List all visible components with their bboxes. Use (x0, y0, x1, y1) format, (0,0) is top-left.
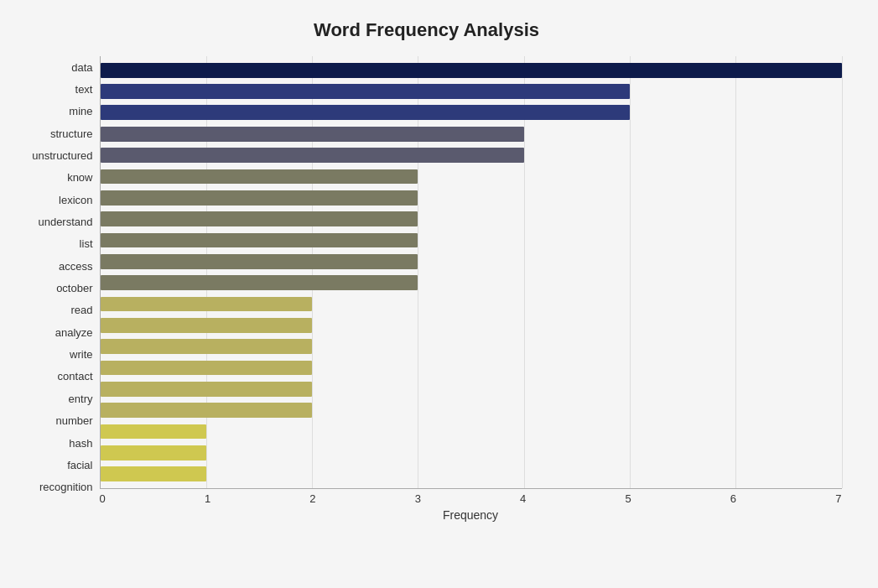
bar-row (101, 251, 842, 272)
bar-row (101, 336, 842, 356)
bar (101, 254, 418, 269)
bar (101, 424, 206, 440)
y-axis-label: data (71, 62, 92, 73)
bar (101, 169, 418, 185)
y-axis-label: facial (67, 460, 92, 471)
bar (101, 63, 842, 78)
bar (101, 297, 313, 312)
bar-row (101, 464, 842, 485)
bar (101, 318, 313, 333)
x-tick: 2 (309, 492, 315, 505)
x-tick: 1 (205, 492, 210, 505)
chart-title: Word Frequency Analysis (12, 19, 842, 41)
bar-row (101, 272, 842, 293)
x-tick: 3 (415, 492, 421, 505)
y-axis-label: mine (69, 106, 92, 117)
bar-row (101, 81, 842, 101)
bar-row (101, 208, 842, 229)
x-tick: 6 (730, 492, 736, 505)
y-axis-label: access (59, 261, 92, 272)
bar (101, 466, 206, 481)
bar (101, 445, 206, 461)
bar (101, 190, 418, 206)
x-tick: 5 (625, 492, 631, 505)
x-tick: 4 (520, 492, 526, 505)
bar-row (101, 421, 842, 442)
bar (101, 84, 630, 99)
y-axis: datatextminestructureunstructuredknowlex… (12, 56, 100, 522)
bar-row (101, 400, 842, 421)
bar-row (101, 230, 842, 251)
bar (101, 382, 313, 397)
y-axis-label: lexicon (59, 195, 92, 206)
bar (101, 275, 418, 290)
y-axis-label: text (75, 84, 93, 95)
bar-row (101, 294, 842, 315)
bar (101, 403, 313, 418)
y-axis-label: read (70, 304, 92, 315)
y-axis-label: entry (69, 393, 93, 404)
y-axis-label: recognition (39, 481, 93, 492)
bar-row (101, 357, 842, 378)
bar (101, 361, 313, 376)
y-axis-label: october (56, 283, 92, 294)
y-axis-label: write (70, 349, 92, 360)
y-axis-label: analyze (55, 327, 93, 338)
bar-row (101, 166, 842, 187)
y-axis-label: hash (69, 438, 92, 449)
bar (101, 148, 524, 163)
bar (101, 105, 630, 120)
y-axis-label: understand (38, 216, 92, 227)
chart-area: datatextminestructureunstructuredknowlex… (12, 56, 842, 522)
x-axis: 01234567 (100, 489, 842, 505)
chart-container: Word Frequency Analysis datatextminestru… (3, 3, 875, 585)
bar (101, 339, 313, 354)
x-tick: 0 (100, 492, 106, 505)
bar (101, 233, 418, 248)
y-axis-label: unstructured (32, 150, 92, 161)
bar-row (101, 123, 842, 144)
y-axis-label: list (80, 238, 93, 249)
bars-and-xaxis: 01234567 Frequency (100, 56, 842, 522)
y-axis-label: contact (58, 371, 93, 382)
bar-row (101, 144, 842, 165)
bar-row (101, 60, 842, 81)
bar-row (101, 315, 842, 336)
bar-row (101, 378, 842, 399)
bars-area (100, 56, 842, 489)
bar (101, 211, 418, 226)
x-tick: 7 (835, 492, 841, 505)
bar-row (101, 187, 842, 208)
y-axis-label: structure (50, 128, 93, 139)
bar (101, 127, 524, 142)
x-axis-label: Frequency (100, 508, 842, 522)
y-axis-label: number (55, 415, 92, 426)
bar-row (101, 102, 842, 123)
bar-row (101, 442, 842, 463)
y-axis-label: know (67, 172, 92, 183)
